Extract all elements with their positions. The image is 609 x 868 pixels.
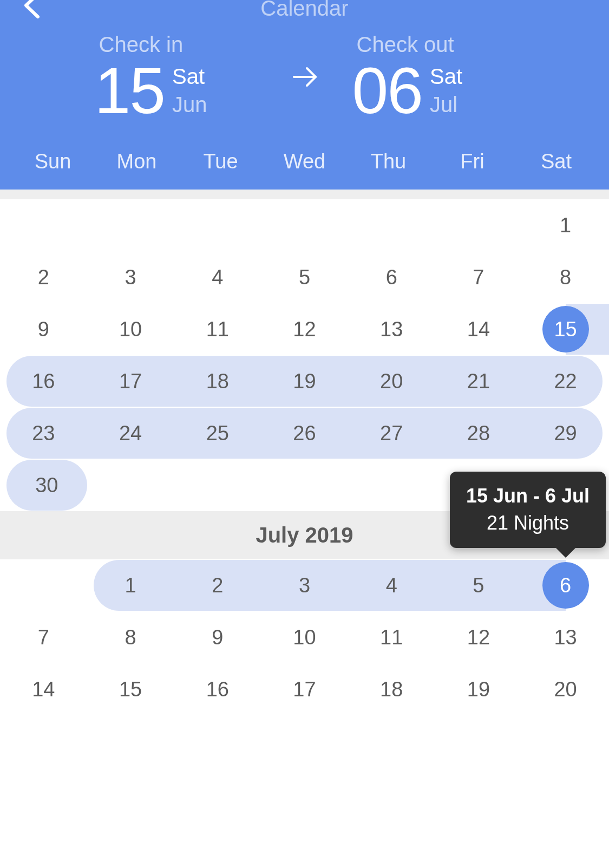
day-number: 5	[299, 266, 310, 289]
day-number: 4	[212, 266, 223, 289]
calendar-day[interactable]: 12	[435, 612, 522, 663]
day-number: 12	[467, 626, 490, 649]
calendar-day[interactable]: 16	[174, 664, 261, 715]
calendar-day[interactable]: 14	[435, 304, 522, 355]
day-number: 14	[32, 678, 55, 701]
day-number: 18	[206, 370, 229, 393]
day-number: 26	[293, 422, 316, 445]
day-number: 14	[467, 318, 490, 341]
calendar-day[interactable]: 20	[348, 356, 435, 407]
calendar-day[interactable]: 19	[435, 664, 522, 715]
calendar-day[interactable]: 3	[87, 252, 174, 303]
calendar-day[interactable]: 24	[87, 408, 174, 459]
day-number: 3	[125, 266, 136, 289]
calendar-day[interactable]: 8	[87, 612, 174, 663]
month-block: 1234567891011121314151617181920212223242…	[0, 199, 609, 511]
calendar-day[interactable]: 20	[522, 664, 609, 715]
calendar-day[interactable]: 17	[87, 356, 174, 407]
calendar-day[interactable]: 10	[87, 304, 174, 355]
calendar-body[interactable]: 1234567891011121314151617181920212223242…	[0, 199, 609, 715]
calendar-day[interactable]: 8	[522, 252, 609, 303]
calendar-day[interactable]: 10	[261, 612, 348, 663]
calendar-day[interactable]: 29	[522, 408, 603, 459]
chevron-left-icon	[22, 0, 43, 19]
calendar-day[interactable]: 6	[348, 252, 435, 303]
calendar-day[interactable]: 28	[435, 408, 522, 459]
calendar-day[interactable]: 6	[522, 560, 609, 611]
calendar-day[interactable]: 30	[6, 460, 87, 511]
day-number: 22	[554, 370, 577, 393]
day-number: 2	[38, 266, 49, 289]
calendar-day	[261, 200, 348, 251]
checkout-label: Check out	[352, 32, 454, 57]
calendar-day[interactable]: 15	[522, 304, 609, 355]
day-number: 9	[38, 318, 49, 341]
checkin-day: 15	[95, 58, 165, 123]
day-number: 17	[293, 678, 316, 701]
calendar-day[interactable]: 17	[261, 664, 348, 715]
tooltip-nights: 21 Nights	[466, 510, 590, 537]
day-number: 9	[212, 626, 223, 649]
calendar-day[interactable]: 1	[522, 200, 609, 251]
calendar-day[interactable]: 25	[174, 408, 261, 459]
day-number: 13	[554, 626, 577, 649]
calendar-day[interactable]: 13	[348, 304, 435, 355]
calendar-day[interactable]: 16	[6, 356, 87, 407]
calendar-day[interactable]: 3	[261, 560, 348, 611]
calendar-day[interactable]: 18	[174, 356, 261, 407]
back-button[interactable]	[16, 0, 49, 22]
day-number: 4	[386, 574, 397, 597]
page-title: Calendar	[260, 0, 348, 21]
day-number: 8	[125, 626, 136, 649]
day-number: 24	[119, 422, 142, 445]
weekday-label: Tue	[179, 150, 263, 173]
calendar-day[interactable]: 12	[261, 304, 348, 355]
calendar-day[interactable]: 13	[522, 612, 609, 663]
day-number: 29	[554, 422, 577, 445]
calendar-day[interactable]: 26	[261, 408, 348, 459]
weekday-label: Thu	[346, 150, 430, 173]
calendar-day[interactable]: 11	[348, 612, 435, 663]
calendar-day[interactable]: 11	[174, 304, 261, 355]
calendar-day[interactable]: 23	[6, 408, 87, 459]
calendar-day[interactable]: 5	[261, 252, 348, 303]
arrow-right-icon	[290, 62, 320, 94]
calendar-day[interactable]: 9	[174, 612, 261, 663]
weekday-label: Mon	[95, 150, 179, 173]
day-number: 25	[206, 422, 229, 445]
calendar-day[interactable]: 9	[0, 304, 87, 355]
calendar-day[interactable]: 4	[174, 252, 261, 303]
calendar-day[interactable]: 14	[0, 664, 87, 715]
calendar-day[interactable]: 2	[174, 560, 261, 611]
calendar-day[interactable]: 7	[0, 612, 87, 663]
calendar-day[interactable]: 18	[348, 664, 435, 715]
day-number: 1	[125, 574, 136, 597]
day-number: 10	[119, 318, 142, 341]
day-number: 20	[380, 370, 403, 393]
calendar-day[interactable]: 21	[435, 356, 522, 407]
calendar-day[interactable]: 5	[435, 560, 522, 611]
checkout-month: Jul	[430, 90, 462, 119]
calendar-day[interactable]: 7	[435, 252, 522, 303]
weekday-row: SunMonTueWedThuFriSat	[0, 134, 609, 190]
checkout-block[interactable]: Check out 06 Sat Jul	[352, 32, 515, 123]
calendar-day[interactable]: 1	[94, 560, 174, 611]
calendar-day[interactable]: 19	[261, 356, 348, 407]
day-number: 6	[386, 266, 397, 289]
weekday-label: Wed	[263, 150, 346, 173]
day-number: 11	[380, 626, 403, 649]
day-number: 13	[380, 318, 403, 341]
day-number: 11	[206, 318, 229, 341]
calendar-day[interactable]: 22	[522, 356, 603, 407]
weekday-label: Sat	[514, 150, 598, 173]
calendar-day[interactable]: 15	[87, 664, 174, 715]
day-number: 16	[32, 370, 55, 393]
day-number: 3	[299, 574, 310, 597]
calendar-day[interactable]: 4	[348, 560, 435, 611]
day-number: 5	[473, 574, 484, 597]
calendar-day[interactable]: 27	[348, 408, 435, 459]
weekday-label: Fri	[430, 150, 514, 173]
day-number: 28	[467, 422, 490, 445]
checkin-block[interactable]: Check in 15 Sat Jun	[95, 32, 257, 123]
calendar-day[interactable]: 2	[0, 252, 87, 303]
